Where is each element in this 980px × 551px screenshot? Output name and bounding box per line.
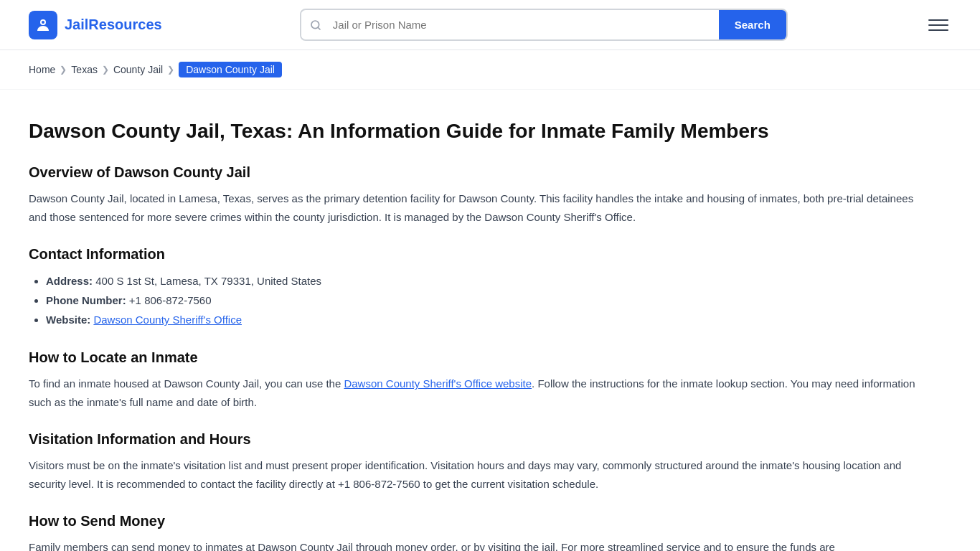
menu-button[interactable]: [925, 12, 951, 38]
contact-address: Address: 400 S 1st St, Lamesa, TX 79331,…: [46, 271, 933, 291]
section-heading-contact: Contact Information: [29, 246, 933, 263]
section-heading-overview: Overview of Dawson County Jail: [29, 164, 933, 181]
breadcrumb: Home ❯ Texas ❯ County Jail ❯ Dawson Coun…: [29, 62, 951, 77]
contact-phone: Phone Number: +1 806-872-7560: [46, 291, 933, 310]
search-input[interactable]: [330, 11, 719, 38]
search-container: Search: [300, 9, 788, 41]
main-content: Dawson County Jail, Texas: An Informatio…: [0, 90, 961, 551]
site-header: JailResources Search: [0, 0, 980, 50]
hamburger-line-3: [928, 29, 948, 31]
breadcrumb-sep-3: ❯: [167, 65, 174, 75]
website-label: Website:: [46, 314, 90, 326]
search-area: Search: [300, 9, 788, 41]
svg-point-1: [42, 21, 44, 24]
breadcrumb-state[interactable]: Texas: [71, 64, 98, 75]
phone-label: Phone Number:: [46, 294, 126, 306]
logo-text: JailResources: [65, 17, 162, 33]
phone-value-text: +1 806-872-7560: [129, 294, 212, 306]
section-body-locate: To find an inmate housed at Dawson Count…: [29, 375, 933, 411]
breadcrumb-current: Dawson County Jail: [179, 62, 282, 77]
hamburger-line-1: [928, 19, 948, 21]
breadcrumb-nav: Home ❯ Texas ❯ County Jail ❯ Dawson Coun…: [0, 50, 980, 90]
address-label: Address:: [46, 275, 93, 287]
address-value-text: 400 S 1st St, Lamesa, TX 79331, United S…: [95, 275, 321, 287]
logo-link[interactable]: JailResources: [29, 11, 162, 39]
section-heading-visitation: Visitation Information and Hours: [29, 431, 933, 448]
logo-icon: [29, 11, 57, 39]
breadcrumb-type[interactable]: County Jail: [113, 64, 163, 75]
locate-sheriff-link[interactable]: Dawson County Sheriff's Office website: [344, 377, 532, 390]
hamburger-line-2: [928, 24, 948, 26]
locate-text-before: To find an inmate housed at Dawson Count…: [29, 377, 344, 390]
contact-list: Address: 400 S 1st St, Lamesa, TX 79331,…: [29, 271, 933, 329]
section-body-visitation: Visitors must be on the inmate's visitat…: [29, 456, 933, 493]
svg-line-3: [318, 27, 320, 29]
page-title: Dawson County Jail, Texas: An Informatio…: [29, 118, 933, 144]
section-body-money: Family members can send money to inmates…: [29, 538, 933, 551]
breadcrumb-sep-2: ❯: [102, 65, 109, 75]
search-button[interactable]: Search: [719, 10, 786, 39]
contact-website: Website: Dawson County Sheriff's Office: [46, 310, 933, 329]
section-body-overview: Dawson County Jail, located in Lamesa, T…: [29, 189, 933, 226]
section-heading-money: How to Send Money: [29, 513, 933, 529]
breadcrumb-sep-1: ❯: [60, 65, 67, 75]
breadcrumb-home[interactable]: Home: [29, 64, 55, 75]
website-link[interactable]: Dawson County Sheriff's Office: [93, 314, 242, 326]
search-icon: [301, 12, 330, 38]
section-heading-locate: How to Locate an Inmate: [29, 349, 933, 366]
